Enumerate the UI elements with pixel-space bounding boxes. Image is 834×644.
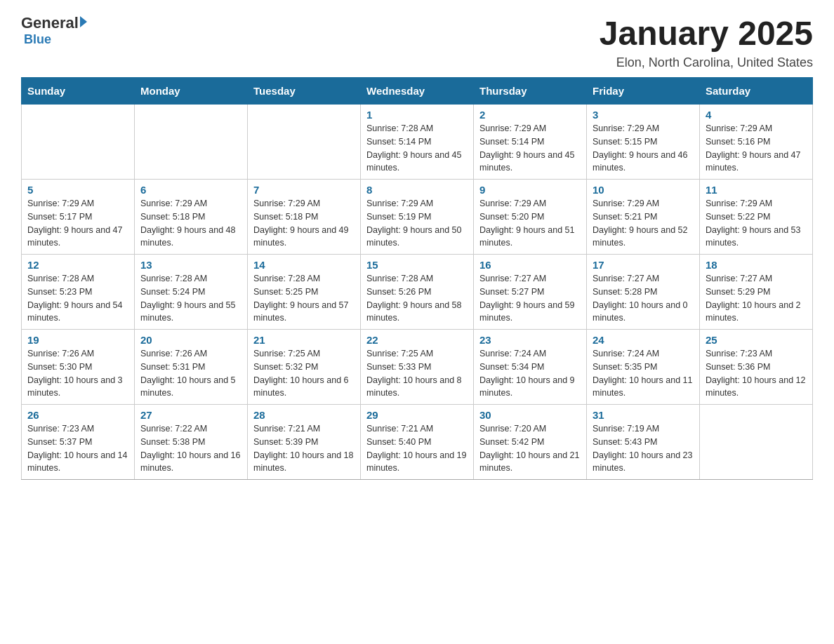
day-of-week-header: Tuesday: [248, 78, 361, 105]
calendar-subtitle: Elon, North Carolina, United States: [600, 55, 813, 70]
calendar-day-cell: 9Sunrise: 7:29 AMSunset: 5:20 PMDaylight…: [474, 180, 587, 255]
day-info: Sunrise: 7:25 AMSunset: 5:32 PMDaylight:…: [253, 347, 355, 400]
day-info: Sunrise: 7:23 AMSunset: 5:36 PMDaylight:…: [706, 347, 807, 400]
day-info: Sunrise: 7:29 AMSunset: 5:22 PMDaylight:…: [706, 197, 807, 250]
day-info: Sunrise: 7:26 AMSunset: 5:30 PMDaylight:…: [27, 347, 128, 400]
calendar-day-cell: 10Sunrise: 7:29 AMSunset: 5:21 PMDayligh…: [587, 180, 700, 255]
day-info: Sunrise: 7:21 AMSunset: 5:39 PMDaylight:…: [253, 422, 355, 475]
day-info: Sunrise: 7:29 AMSunset: 5:20 PMDaylight:…: [479, 197, 581, 250]
calendar-day-cell: [700, 405, 813, 480]
day-info: Sunrise: 7:29 AMSunset: 5:18 PMDaylight:…: [253, 197, 355, 250]
day-number: 26: [27, 409, 128, 421]
calendar-day-cell: 24Sunrise: 7:24 AMSunset: 5:35 PMDayligh…: [587, 330, 700, 405]
calendar-day-cell: 19Sunrise: 7:26 AMSunset: 5:30 PMDayligh…: [22, 330, 135, 405]
day-number: 28: [253, 409, 355, 421]
day-number: 30: [479, 409, 581, 421]
calendar-week-row: 5Sunrise: 7:29 AMSunset: 5:17 PMDaylight…: [22, 180, 813, 255]
day-number: 5: [27, 184, 128, 196]
day-number: 19: [27, 334, 128, 346]
calendar-day-cell: 27Sunrise: 7:22 AMSunset: 5:38 PMDayligh…: [135, 405, 248, 480]
day-info: Sunrise: 7:28 AMSunset: 5:26 PMDaylight:…: [366, 272, 468, 325]
calendar-day-cell: 5Sunrise: 7:29 AMSunset: 5:17 PMDaylight…: [22, 180, 135, 255]
day-info: Sunrise: 7:23 AMSunset: 5:37 PMDaylight:…: [27, 422, 128, 475]
calendar-day-cell: 2Sunrise: 7:29 AMSunset: 5:14 PMDaylight…: [474, 105, 587, 180]
logo-blue-text: Blue: [24, 32, 51, 47]
day-info: Sunrise: 7:27 AMSunset: 5:28 PMDaylight:…: [593, 272, 694, 325]
day-info: Sunrise: 7:29 AMSunset: 5:16 PMDaylight:…: [706, 122, 807, 175]
calendar-day-cell: 22Sunrise: 7:25 AMSunset: 5:33 PMDayligh…: [361, 330, 474, 405]
day-number: 10: [593, 184, 694, 196]
calendar-day-cell: 13Sunrise: 7:28 AMSunset: 5:24 PMDayligh…: [135, 255, 248, 330]
calendar-day-cell: 4Sunrise: 7:29 AMSunset: 5:16 PMDaylight…: [700, 105, 813, 180]
page-header: General Blue January 2025 Elon, North Ca…: [21, 14, 813, 70]
calendar-day-cell: 17Sunrise: 7:27 AMSunset: 5:28 PMDayligh…: [587, 255, 700, 330]
logo: General Blue: [21, 14, 87, 47]
day-number: 20: [140, 334, 241, 346]
day-info: Sunrise: 7:24 AMSunset: 5:34 PMDaylight:…: [479, 347, 581, 400]
day-number: 3: [593, 109, 694, 121]
day-number: 8: [366, 184, 468, 196]
day-info: Sunrise: 7:28 AMSunset: 5:14 PMDaylight:…: [366, 122, 468, 175]
calendar-day-cell: 30Sunrise: 7:20 AMSunset: 5:42 PMDayligh…: [474, 405, 587, 480]
day-number: 12: [27, 259, 128, 271]
calendar-day-cell: 16Sunrise: 7:27 AMSunset: 5:27 PMDayligh…: [474, 255, 587, 330]
day-of-week-header: Wednesday: [361, 78, 474, 105]
day-info: Sunrise: 7:28 AMSunset: 5:23 PMDaylight:…: [27, 272, 128, 325]
day-number: 23: [479, 334, 581, 346]
day-info: Sunrise: 7:29 AMSunset: 5:18 PMDaylight:…: [140, 197, 241, 250]
day-number: 1: [366, 109, 468, 121]
calendar-day-cell: 31Sunrise: 7:19 AMSunset: 5:43 PMDayligh…: [587, 405, 700, 480]
day-number: 9: [479, 184, 581, 196]
day-number: 7: [253, 184, 355, 196]
day-number: 15: [366, 259, 468, 271]
logo-general-text: General: [21, 14, 79, 32]
day-info: Sunrise: 7:24 AMSunset: 5:35 PMDaylight:…: [593, 347, 694, 400]
day-info: Sunrise: 7:26 AMSunset: 5:31 PMDaylight:…: [140, 347, 241, 400]
calendar-week-row: 1Sunrise: 7:28 AMSunset: 5:14 PMDaylight…: [22, 105, 813, 180]
day-number: 24: [593, 334, 694, 346]
day-info: Sunrise: 7:29 AMSunset: 5:15 PMDaylight:…: [593, 122, 694, 175]
calendar-day-cell: 6Sunrise: 7:29 AMSunset: 5:18 PMDaylight…: [135, 180, 248, 255]
calendar-day-cell: 3Sunrise: 7:29 AMSunset: 5:15 PMDaylight…: [587, 105, 700, 180]
calendar-day-cell: [248, 105, 361, 180]
calendar-day-cell: [22, 105, 135, 180]
day-number: 22: [366, 334, 468, 346]
calendar-day-cell: 29Sunrise: 7:21 AMSunset: 5:40 PMDayligh…: [361, 405, 474, 480]
logo-arrow-icon: [80, 16, 87, 27]
calendar-day-cell: 12Sunrise: 7:28 AMSunset: 5:23 PMDayligh…: [22, 255, 135, 330]
day-info: Sunrise: 7:29 AMSunset: 5:17 PMDaylight:…: [27, 197, 128, 250]
calendar-header-row: SundayMondayTuesdayWednesdayThursdayFrid…: [22, 78, 813, 105]
day-of-week-header: Thursday: [474, 78, 587, 105]
day-number: 27: [140, 409, 241, 421]
day-of-week-header: Monday: [135, 78, 248, 105]
calendar-day-cell: 7Sunrise: 7:29 AMSunset: 5:18 PMDaylight…: [248, 180, 361, 255]
day-of-week-header: Saturday: [700, 78, 813, 105]
calendar-day-cell: 8Sunrise: 7:29 AMSunset: 5:19 PMDaylight…: [361, 180, 474, 255]
calendar-day-cell: 11Sunrise: 7:29 AMSunset: 5:22 PMDayligh…: [700, 180, 813, 255]
day-of-week-header: Sunday: [22, 78, 135, 105]
day-number: 4: [706, 109, 807, 121]
day-info: Sunrise: 7:29 AMSunset: 5:14 PMDaylight:…: [479, 122, 581, 175]
day-number: 13: [140, 259, 241, 271]
day-info: Sunrise: 7:28 AMSunset: 5:25 PMDaylight:…: [253, 272, 355, 325]
day-number: 25: [706, 334, 807, 346]
calendar-day-cell: [135, 105, 248, 180]
day-number: 6: [140, 184, 241, 196]
day-info: Sunrise: 7:27 AMSunset: 5:27 PMDaylight:…: [479, 272, 581, 325]
day-number: 21: [253, 334, 355, 346]
calendar-day-cell: 25Sunrise: 7:23 AMSunset: 5:36 PMDayligh…: [700, 330, 813, 405]
calendar-title: January 2025: [600, 14, 813, 53]
calendar-week-row: 12Sunrise: 7:28 AMSunset: 5:23 PMDayligh…: [22, 255, 813, 330]
day-info: Sunrise: 7:19 AMSunset: 5:43 PMDaylight:…: [593, 422, 694, 475]
day-number: 18: [706, 259, 807, 271]
day-number: 11: [706, 184, 807, 196]
day-info: Sunrise: 7:27 AMSunset: 5:29 PMDaylight:…: [706, 272, 807, 325]
day-number: 16: [479, 259, 581, 271]
day-info: Sunrise: 7:22 AMSunset: 5:38 PMDaylight:…: [140, 422, 241, 475]
day-info: Sunrise: 7:29 AMSunset: 5:21 PMDaylight:…: [593, 197, 694, 250]
calendar-day-cell: 15Sunrise: 7:28 AMSunset: 5:26 PMDayligh…: [361, 255, 474, 330]
calendar-week-row: 26Sunrise: 7:23 AMSunset: 5:37 PMDayligh…: [22, 405, 813, 480]
calendar-day-cell: 26Sunrise: 7:23 AMSunset: 5:37 PMDayligh…: [22, 405, 135, 480]
day-number: 17: [593, 259, 694, 271]
day-number: 2: [479, 109, 581, 121]
